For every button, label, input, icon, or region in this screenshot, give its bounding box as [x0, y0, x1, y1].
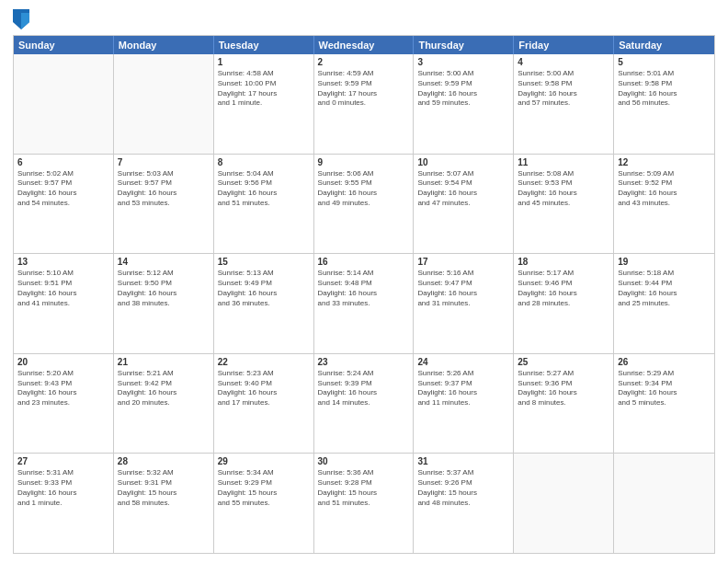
cell-line: and 23 minutes.: [17, 398, 109, 408]
day-cell-28: 28Sunrise: 5:32 AMSunset: 9:31 PMDayligh…: [114, 454, 214, 553]
cell-line: and 59 minutes.: [417, 98, 509, 109]
calendar-row-0: 1Sunrise: 4:58 AMSunset: 10:00 PMDayligh…: [14, 54, 714, 154]
cell-line: Daylight: 16 hours: [518, 89, 609, 99]
cell-line: and 47 minutes.: [417, 199, 509, 209]
day-number: 19: [618, 257, 711, 267]
cell-line: Daylight: 16 hours: [618, 388, 711, 398]
cell-line: Sunset: 9:49 PM: [218, 279, 310, 289]
cell-line: Sunset: 9:40 PM: [218, 379, 310, 389]
cell-line: and 14 minutes.: [318, 398, 410, 408]
day-number: 27: [17, 456, 109, 466]
day-cell-13: 13Sunrise: 5:10 AMSunset: 9:51 PMDayligh…: [14, 254, 114, 353]
day-number: 29: [218, 456, 310, 466]
day-cell-26: 26Sunrise: 5:29 AMSunset: 9:34 PMDayligh…: [614, 354, 714, 454]
day-number: 14: [118, 257, 210, 267]
day-number: 28: [118, 456, 210, 466]
cell-line: Sunrise: 5:27 AM: [518, 369, 609, 379]
cell-line: Sunrise: 5:21 AM: [118, 369, 210, 379]
cell-line: Sunrise: 5:10 AM: [17, 269, 109, 279]
cell-line: and 54 minutes.: [17, 199, 109, 209]
cell-line: and 11 minutes.: [417, 398, 509, 408]
calendar-row-3: 20Sunrise: 5:20 AMSunset: 9:43 PMDayligh…: [14, 353, 714, 454]
day-number: 5: [618, 57, 711, 67]
day-cell-18: 18Sunrise: 5:17 AMSunset: 9:46 PMDayligh…: [514, 254, 614, 353]
cell-line: Sunrise: 5:18 AM: [618, 269, 711, 279]
day-number: 18: [518, 257, 609, 267]
day-cell-29: 29Sunrise: 5:34 AMSunset: 9:29 PMDayligh…: [214, 454, 314, 553]
day-number: 25: [518, 357, 609, 367]
cell-line: Sunrise: 5:37 AM: [417, 468, 509, 478]
day-number: 30: [318, 456, 410, 466]
day-number: 12: [618, 157, 711, 167]
day-cell-31: 31Sunrise: 5:37 AMSunset: 9:26 PMDayligh…: [414, 454, 514, 553]
cell-line: Daylight: 16 hours: [17, 189, 109, 199]
day-cell-10: 10Sunrise: 5:07 AMSunset: 9:54 PMDayligh…: [414, 155, 514, 254]
cell-line: and 20 minutes.: [118, 398, 210, 408]
day-cell-22: 22Sunrise: 5:23 AMSunset: 9:40 PMDayligh…: [214, 354, 314, 454]
cell-line: Sunset: 9:39 PM: [318, 379, 410, 389]
cell-line: and 51 minutes.: [218, 199, 310, 209]
cell-line: and 33 minutes.: [318, 299, 410, 309]
header-day-thursday: Thursday: [414, 36, 514, 54]
day-number: 23: [318, 357, 410, 367]
day-cell-17: 17Sunrise: 5:16 AMSunset: 9:47 PMDayligh…: [414, 254, 514, 353]
cell-line: Sunrise: 5:02 AM: [17, 169, 109, 179]
cell-line: and 36 minutes.: [218, 299, 310, 309]
day-cell-16: 16Sunrise: 5:14 AMSunset: 9:48 PMDayligh…: [314, 254, 415, 353]
day-number: 3: [417, 57, 509, 67]
cell-line: Daylight: 16 hours: [518, 189, 609, 199]
header-day-sunday: Sunday: [14, 36, 114, 54]
cell-line: and 31 minutes.: [417, 299, 509, 309]
cell-line: Daylight: 16 hours: [618, 289, 711, 299]
cell-line: Sunset: 10:00 PM: [218, 79, 310, 89]
cell-line: Sunrise: 5:34 AM: [218, 468, 310, 478]
cell-line: Sunrise: 5:09 AM: [618, 169, 711, 179]
cell-line: Sunrise: 5:06 AM: [318, 169, 410, 179]
cell-line: and 43 minutes.: [618, 199, 711, 209]
cell-line: Sunset: 9:26 PM: [417, 478, 509, 488]
day-cell-20: 20Sunrise: 5:20 AMSunset: 9:43 PMDayligh…: [14, 354, 114, 454]
cell-line: Sunset: 9:52 PM: [618, 178, 711, 189]
cell-line: Daylight: 16 hours: [417, 289, 509, 299]
day-number: 13: [17, 257, 109, 267]
cell-line: Daylight: 16 hours: [118, 388, 210, 398]
cell-line: Sunset: 9:43 PM: [17, 379, 109, 389]
cell-line: Daylight: 16 hours: [417, 89, 509, 99]
cell-line: Sunset: 9:44 PM: [618, 279, 711, 289]
day-cell-2: 2Sunrise: 4:59 AMSunset: 9:59 PMDaylight…: [314, 54, 415, 154]
day-number: 2: [318, 57, 410, 67]
cell-line: Daylight: 16 hours: [218, 289, 310, 299]
header-day-monday: Monday: [114, 36, 214, 54]
cell-line: Sunset: 9:48 PM: [318, 279, 410, 289]
day-cell-19: 19Sunrise: 5:18 AMSunset: 9:44 PMDayligh…: [614, 254, 714, 353]
empty-cell-4-6: [614, 454, 714, 553]
day-cell-7: 7Sunrise: 5:03 AMSunset: 9:57 PMDaylight…: [114, 155, 214, 254]
cell-line: and 41 minutes.: [17, 299, 109, 309]
day-cell-21: 21Sunrise: 5:21 AMSunset: 9:42 PMDayligh…: [114, 354, 214, 454]
header-day-wednesday: Wednesday: [314, 36, 415, 54]
cell-line: and 5 minutes.: [618, 398, 711, 408]
header-day-tuesday: Tuesday: [214, 36, 314, 54]
cell-line: Sunset: 9:28 PM: [318, 478, 410, 488]
cell-line: Sunset: 9:34 PM: [618, 379, 711, 389]
cell-line: Sunset: 9:33 PM: [17, 478, 109, 488]
cell-line: Daylight: 16 hours: [17, 289, 109, 299]
cell-line: Sunrise: 5:20 AM: [17, 369, 109, 379]
cell-line: Sunrise: 5:29 AM: [618, 369, 711, 379]
day-cell-1: 1Sunrise: 4:58 AMSunset: 10:00 PMDayligh…: [214, 54, 314, 154]
empty-cell-4-5: [514, 454, 614, 553]
day-number: 15: [218, 257, 310, 267]
day-cell-3: 3Sunrise: 5:00 AMSunset: 9:59 PMDaylight…: [414, 54, 514, 154]
cell-line: Daylight: 16 hours: [618, 89, 711, 99]
cell-line: Daylight: 16 hours: [218, 388, 310, 398]
cell-line: Sunrise: 5:36 AM: [318, 468, 410, 478]
cell-line: and 38 minutes.: [118, 299, 210, 309]
svg-marker-1: [21, 13, 29, 29]
cell-line: and 57 minutes.: [518, 98, 609, 109]
cell-line: Sunset: 9:57 PM: [17, 178, 109, 189]
cell-line: Sunset: 9:50 PM: [118, 279, 210, 289]
cell-line: and 49 minutes.: [318, 199, 410, 209]
cell-line: and 45 minutes.: [518, 199, 609, 209]
cell-line: Sunrise: 5:26 AM: [417, 369, 509, 379]
calendar-header: SundayMondayTuesdayWednesdayThursdayFrid…: [14, 36, 714, 54]
